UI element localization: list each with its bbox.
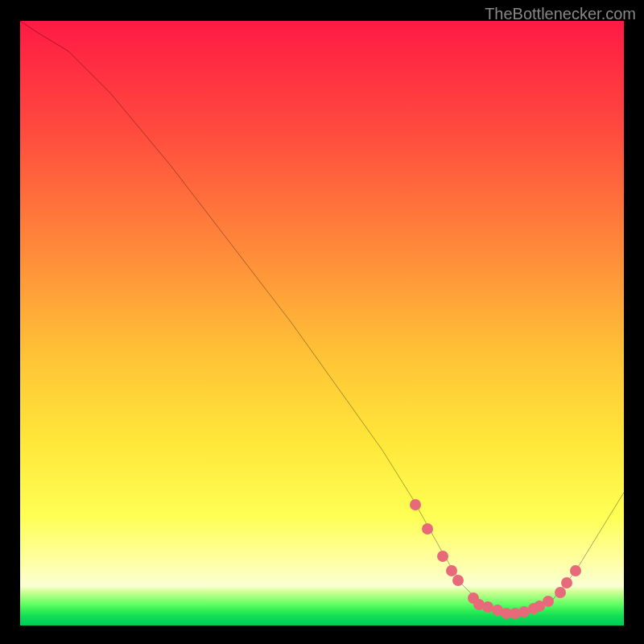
chart-data-dot xyxy=(570,565,581,576)
attribution-text: TheBottlenecker.com xyxy=(485,5,636,23)
chart-plot-area xyxy=(20,21,624,625)
chart-data-dot xyxy=(543,596,554,607)
chart-data-dot xyxy=(410,499,421,510)
chart-data-dot xyxy=(452,575,464,586)
chart-data-dot xyxy=(422,523,433,535)
chart-data-dot xyxy=(561,577,572,588)
chart-curve xyxy=(20,21,624,625)
chart-data-dot xyxy=(437,551,448,562)
chart-container: TheBottlenecker.com xyxy=(0,0,644,644)
